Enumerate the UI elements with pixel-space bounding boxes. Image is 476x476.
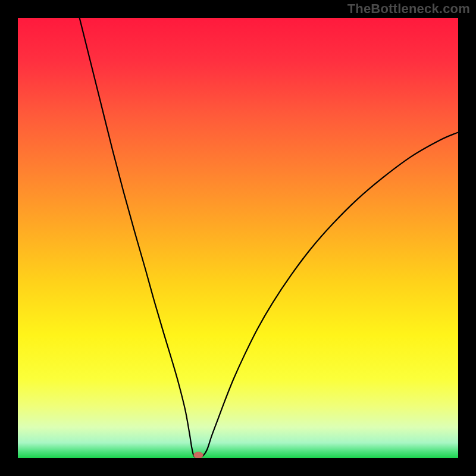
gradient-background — [18, 18, 458, 458]
watermark-text: TheBottleneck.com — [347, 1, 470, 17]
optimal-point-marker — [193, 452, 203, 459]
bottleneck-chart — [18, 18, 458, 458]
chart-plot-area — [18, 18, 458, 458]
